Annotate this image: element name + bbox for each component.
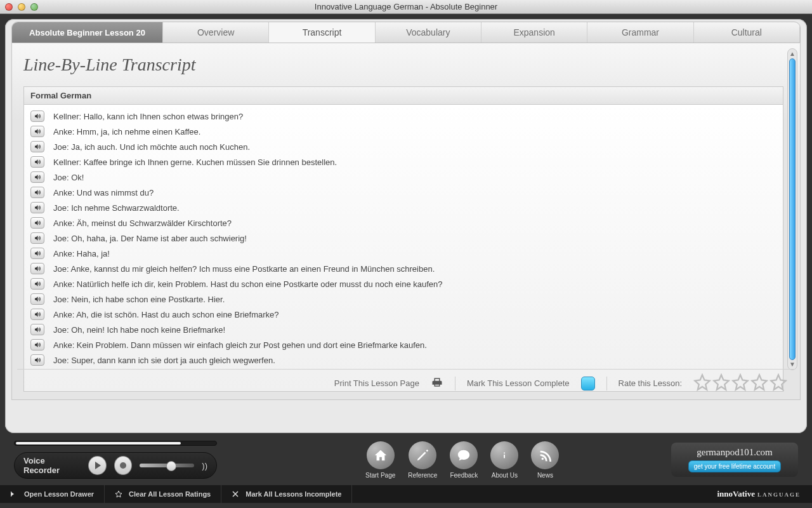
star-icon[interactable]	[712, 373, 730, 393]
play-line-button[interactable]	[30, 110, 44, 122]
lesson-tabs: Absolute Beginner Lesson 20 Overview Tra…	[11, 22, 801, 43]
transcript-line: Anke: Haha, ja!	[24, 246, 783, 261]
info-icon	[490, 441, 518, 469]
bottom-dock: Voice Recorder )) Start PageReferenceFee…	[5, 433, 807, 483]
content-scrollbar[interactable]: ▲ ▼	[787, 48, 797, 370]
clear-ratings-button[interactable]: Clear All Lesson Ratings	[105, 485, 221, 503]
line-text: Joe: Super, dann kann ich sie dort ja au…	[53, 356, 275, 365]
line-text: Joe: Oh, haha, ja. Der Name ist aber auc…	[53, 234, 247, 243]
mark-incomplete-button[interactable]: Mark All Lessons Incomplete	[221, 485, 352, 503]
transcript-line: Joe: Anke, kannst du mir gleich helfen? …	[24, 261, 783, 276]
line-text: Anke: Äh, meinst du Schwarzwälder Kirsch…	[53, 218, 232, 228]
dock-item-label: Start Page	[365, 472, 395, 479]
play-line-button[interactable]	[30, 232, 44, 244]
section-header: Formal German	[23, 86, 783, 105]
audio-progress[interactable]	[14, 441, 217, 446]
x-icon	[232, 490, 239, 498]
transcript-line: Joe: Oh, nein! Ich habe noch keine Brief…	[24, 322, 783, 337]
dock-item-label: News	[537, 472, 553, 479]
play-line-button[interactable]	[30, 248, 44, 259]
star-icon[interactable]	[731, 373, 749, 393]
tab-transcript[interactable]: Transcript	[269, 22, 375, 43]
dock-info-button[interactable]: About Us	[490, 441, 518, 479]
dock-chat-button[interactable]: Feedback	[450, 441, 478, 479]
brand-promo[interactable]: germanpod101.com get your free lifetime …	[671, 443, 798, 477]
play-line-button[interactable]	[30, 126, 44, 137]
line-text: Kellner: Hallo, kann ich Ihnen schon etw…	[53, 112, 243, 121]
line-text: Anke: Haha, ja!	[53, 249, 110, 258]
line-text: Joe: Ja, ich auch. Und ich möchte auch n…	[53, 142, 250, 152]
scroll-thumb[interactable]	[789, 58, 796, 360]
transcript-line: Joe: Super, dann kann ich sie dort ja au…	[24, 352, 783, 368]
record-button[interactable]	[114, 456, 133, 475]
transcript-line: Anke: Und was nimmst du?	[24, 185, 783, 200]
star-icon[interactable]	[693, 373, 711, 393]
play-line-button[interactable]	[30, 309, 44, 320]
volume-slider[interactable]	[140, 464, 194, 467]
play-button[interactable]	[88, 456, 107, 475]
tab-expansion[interactable]: Expansion	[481, 22, 587, 43]
brand-site: germanpod101.com	[697, 447, 773, 458]
line-text: Anke: Und was nimmst du?	[53, 188, 154, 197]
transcript-line: Kellner: Kaffee bringe ich Ihnen gerne. …	[24, 154, 783, 170]
mark-complete-toggle[interactable]	[581, 377, 595, 391]
transcript-list[interactable]: Kellner: Hallo, kann ich Ihnen schon etw…	[23, 105, 783, 392]
chat-icon	[450, 441, 478, 469]
scroll-down-arrow-icon[interactable]: ▼	[789, 361, 796, 368]
play-line-button[interactable]	[30, 141, 44, 152]
dock-home-button[interactable]: Start Page	[365, 441, 395, 479]
brand-cta-button[interactable]: get your free lifetime account	[688, 460, 781, 472]
play-line-button[interactable]	[30, 293, 44, 305]
rating-stars[interactable]	[693, 373, 787, 393]
play-line-button[interactable]	[30, 217, 44, 229]
tab-cultural[interactable]: Cultural	[694, 22, 800, 43]
tab-lesson-title[interactable]: Absolute Beginner Lesson 20	[12, 22, 163, 43]
voice-recorder: Voice Recorder ))	[14, 452, 217, 479]
window-titlebar: Innovative Language German - Absolute Be…	[0, 0, 812, 14]
home-icon	[367, 441, 395, 469]
play-line-button[interactable]	[30, 171, 44, 183]
svg-rect-1	[11, 491, 11, 497]
transcript-line: Anke: Ah, die ist schön. Hast du auch sc…	[24, 307, 783, 322]
transcript-line: Joe: Nein, ich habe schon eine Postkarte…	[24, 291, 783, 307]
play-line-button[interactable]	[30, 187, 44, 198]
drawer-icon	[10, 490, 18, 498]
window-title: Innovative Language German - Absolute Be…	[0, 2, 812, 11]
play-line-button[interactable]	[30, 354, 44, 366]
tab-overview[interactable]: Overview	[163, 22, 269, 43]
transcript-line: Joe: Ich nehme Schwarzwaldtorte.	[24, 200, 783, 215]
play-line-button[interactable]	[30, 339, 44, 351]
zoom-window-button[interactable]	[30, 3, 38, 11]
star-icon[interactable]	[750, 373, 768, 393]
tab-vocabulary[interactable]: Vocabulary	[376, 22, 481, 43]
pen-icon	[409, 441, 436, 469]
transcript-line: Anke: Kein Problem. Dann müssen wir einf…	[24, 337, 783, 352]
line-text: Joe: Ok!	[53, 173, 84, 182]
dock-rss-button[interactable]: News	[531, 441, 559, 479]
dock-item-label: About Us	[492, 472, 518, 479]
play-line-button[interactable]	[30, 202, 44, 213]
status-bar: Open Lesson Drawer Clear All Lesson Rati…	[0, 485, 812, 503]
dock-pen-button[interactable]: Reference	[408, 441, 437, 479]
mark-complete-link[interactable]: Mark This Lesson Complete	[467, 378, 570, 388]
print-lesson-link[interactable]: Print This Lesson Page	[334, 378, 419, 388]
line-text: Anke: Kein Problem. Dann müssen wir einf…	[53, 340, 427, 350]
transcript-line: Anke: Hmm, ja, ich nehme einen Kaffee.	[24, 124, 783, 139]
close-window-button[interactable]	[5, 3, 13, 11]
scroll-up-arrow-icon[interactable]: ▲	[789, 51, 796, 57]
tab-grammar[interactable]: Grammar	[587, 22, 693, 43]
line-text: Anke: Hmm, ja, ich nehme einen Kaffee.	[53, 127, 200, 137]
play-line-button[interactable]	[30, 278, 44, 290]
content-footer: Print This Lesson Page Mark This Lesson …	[17, 369, 795, 397]
transcript-line: Kellner: Hallo, kann ich Ihnen schon etw…	[24, 109, 783, 124]
minimize-window-button[interactable]	[18, 3, 25, 11]
play-line-button[interactable]	[30, 263, 44, 274]
star-icon[interactable]	[769, 373, 787, 393]
open-lesson-drawer-button[interactable]: Open Lesson Drawer	[0, 485, 105, 503]
play-line-button[interactable]	[30, 324, 44, 335]
printer-icon[interactable]	[431, 377, 443, 390]
rss-icon	[531, 441, 559, 469]
line-text: Anke: Natürlich helfe ich dir, kein Prob…	[53, 279, 443, 289]
play-line-button[interactable]	[30, 156, 44, 168]
dock-item-label: Feedback	[450, 472, 478, 479]
